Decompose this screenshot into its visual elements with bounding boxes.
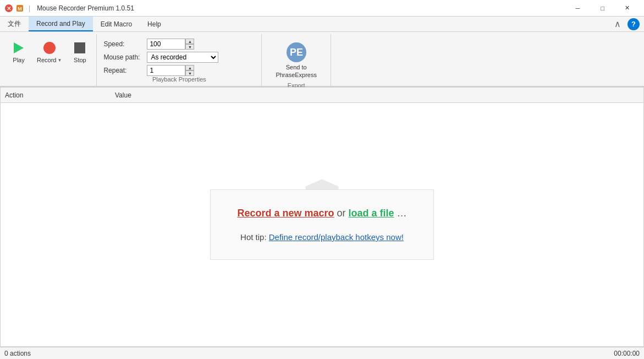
table-header: Action Value <box>1 88 643 103</box>
app-icon: ✕ <box>4 4 13 13</box>
speed-label: Speed: <box>103 40 145 48</box>
send-to-phraseexpress-label: Send toPhraseExpress <box>276 63 317 79</box>
record-button[interactable]: Record ▼ <box>33 37 65 66</box>
play-button[interactable]: Play <box>7 37 31 66</box>
status-time: 00:00:00 <box>614 350 640 357</box>
app-title: Mouse Recorder Premium 1.0.51 <box>37 4 565 12</box>
speed-input[interactable] <box>147 39 185 50</box>
minimize-button[interactable]: ─ <box>565 0 590 17</box>
stop-icon <box>74 42 85 53</box>
app-secondary-icon: M <box>15 4 24 13</box>
or-text: or <box>337 208 349 219</box>
speed-spin-buttons: ▲ ▼ <box>185 39 194 50</box>
title-bar: ✕ M | Mouse Recorder Premium 1.0.51 ─ □ … <box>0 0 644 17</box>
help-button[interactable]: ? <box>628 18 640 30</box>
title-separator: | <box>29 4 30 12</box>
table-body: 🛡 安下载 anxz.com Record a new macro or loa… <box>1 103 643 346</box>
record-new-macro-link[interactable]: Record a new macro <box>237 208 334 219</box>
ribbon: Play Record ▼ Stop <box>0 32 644 87</box>
playback-fields: Speed: ▲ ▼ Mouse path: As recorded Strai… <box>103 36 255 76</box>
ribbon-buttons-group: Play Record ▼ Stop <box>7 35 92 83</box>
playback-properties-section: Speed: ▲ ▼ Mouse path: As recorded Strai… <box>97 34 262 86</box>
hot-tip-text: Hot tip: <box>240 232 269 242</box>
speed-spin-down[interactable]: ▼ <box>185 44 194 50</box>
repeat-spin-down[interactable]: ▼ <box>185 70 194 76</box>
window-controls: ─ □ ✕ <box>565 0 640 17</box>
load-file-link[interactable]: load a file <box>349 208 394 219</box>
menu-bar: 文件 Record and Play Edit Macro Help ∧ ? <box>0 17 644 32</box>
ribbon-collapse-button[interactable]: ∧ <box>612 17 623 31</box>
stop-button[interactable]: Stop <box>68 37 92 66</box>
repeat-field-row: Repeat: ▲ ▼ <box>103 65 255 76</box>
menu-item-edit-macro[interactable]: Edit Macro <box>93 17 140 31</box>
mouse-path-field-row: Mouse path: As recorded Straight line Ig… <box>103 52 255 63</box>
mouse-path-label: Mouse path: <box>103 53 145 61</box>
column-value-header: Value <box>115 91 639 99</box>
repeat-label: Repeat: <box>103 67 145 74</box>
repeat-spin-buttons: ▲ ▼ <box>185 65 194 76</box>
menu-item-help[interactable]: Help <box>140 17 169 31</box>
record-dropdown-arrow: ▼ <box>57 58 62 63</box>
menu-item-file[interactable]: 文件 <box>0 17 29 31</box>
ellipsis: … <box>397 208 407 219</box>
center-message-box: Record a new macro or load a file … Hot … <box>210 189 433 260</box>
repeat-input-wrap: ▲ ▼ <box>147 65 194 76</box>
phraseexpress-svg: PE <box>285 41 307 63</box>
send-to-phraseexpress-button[interactable]: PE Send toPhraseExpress <box>271 39 322 82</box>
stop-button-label: Stop <box>74 57 86 63</box>
record-icon <box>43 42 56 54</box>
main-content: Action Value 🛡 安下载 anxz.com Record a new… <box>0 87 644 347</box>
status-actions-count: 0 actions <box>4 350 31 357</box>
mouse-path-select[interactable]: As recorded Straight line Ignore <box>147 52 218 63</box>
play-icon <box>14 42 24 53</box>
repeat-input[interactable] <box>147 65 185 76</box>
message-line2: Hot tip: Define record/playback hotkeys … <box>237 232 406 242</box>
speed-spin-up[interactable]: ▲ <box>185 39 194 44</box>
phraseexpress-icon: PE <box>284 41 309 63</box>
title-bar-icons: ✕ M | <box>4 4 32 13</box>
define-hotkeys-link[interactable]: Define record/playback hotkeys now! <box>269 232 404 242</box>
repeat-spin-up[interactable]: ▲ <box>185 65 194 70</box>
ribbon-play-section: Play Record ▼ Stop <box>2 34 97 86</box>
svg-text:✕: ✕ <box>7 6 11 12</box>
speed-field-row: Speed: ▲ ▼ <box>103 39 255 50</box>
record-button-label: Record <box>37 57 56 63</box>
maximize-button[interactable]: □ <box>590 0 615 17</box>
menu-item-record-and-play[interactable]: Record and Play <box>29 17 93 31</box>
export-section: PE Send toPhraseExpress Export <box>262 34 331 86</box>
play-button-label: Play <box>13 57 24 63</box>
svg-text:M: M <box>18 6 22 12</box>
playback-section-label: Playback Properties <box>103 76 255 85</box>
close-button[interactable]: ✕ <box>615 0 640 17</box>
status-bar: 0 actions 00:00:00 <box>0 347 644 359</box>
svg-text:PE: PE <box>290 47 303 58</box>
message-line1: Record a new macro or load a file … <box>237 208 406 219</box>
column-action-header: Action <box>5 91 115 99</box>
speed-input-wrap: ▲ ▼ <box>147 39 194 50</box>
